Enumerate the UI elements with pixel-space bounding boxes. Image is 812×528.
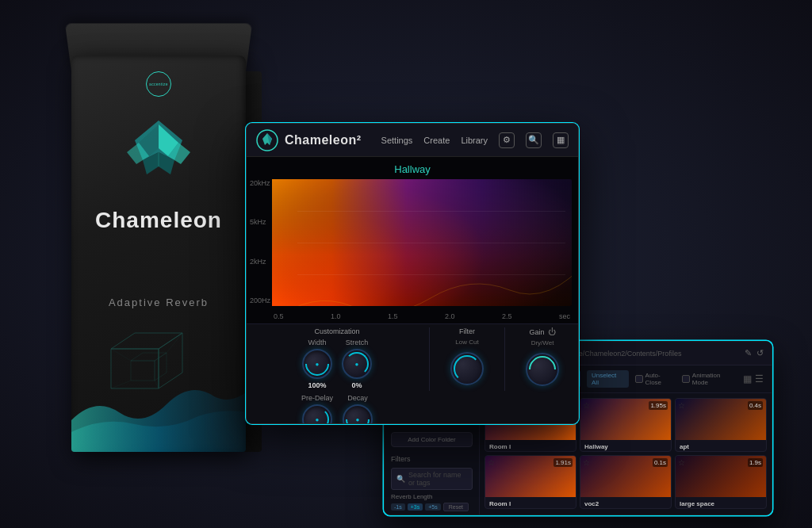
layout-btns: ▦ ☰ <box>743 373 764 385</box>
plugin-window: Chameleon² Settings Create Library ⚙ 🔍 ▦… <box>246 123 579 424</box>
preset-name-6: large space <box>680 500 762 507</box>
preset-author-2: Eric <box>584 451 667 452</box>
decay-knob[interactable]: ● <box>343 404 373 424</box>
add-color-btn[interactable]: Add Color Folder <box>391 432 473 447</box>
preset-apt[interactable]: ☆ 0.4s apt <box>675 398 767 452</box>
search-icon-small: 🔍 <box>396 475 405 483</box>
preset-voc2[interactable]: ☆ 0.1s voc2 meadumon <box>580 455 672 509</box>
freq-label-5k: 5kHz <box>250 218 270 226</box>
preset-img-6: ☆ 1.9s <box>676 456 766 497</box>
time-1.0: 1.0 <box>331 312 341 320</box>
gain-knob[interactable] <box>526 353 559 386</box>
preset-name-4: Room I <box>489 500 572 507</box>
sync-icon[interactable]: ↺ <box>756 348 764 358</box>
stretch-knob-group: Stretch ● 0% <box>342 339 372 389</box>
grid-line-1 <box>297 211 565 212</box>
gain-title: Gain <box>529 328 544 336</box>
animation-mode-checkbox[interactable] <box>682 375 690 383</box>
preset-img-3: ☆ 0.4s <box>676 399 766 440</box>
length-tags: -1s +3s +5s Reset <box>391 503 473 511</box>
filter-knob[interactable] <box>450 352 484 385</box>
reverb-length-label: Reverb Length <box>391 493 432 500</box>
auto-close-checkbox[interactable] <box>635 375 643 383</box>
length-tag-5s[interactable]: +5s <box>425 503 440 511</box>
spectrogram-area: Hallway 20kHz 5kHz 2kHz 200Hz <box>247 157 578 323</box>
search-placeholder: Search for name or tags <box>408 471 467 487</box>
nav-create[interactable]: Create <box>423 136 450 145</box>
stretch-value: 0% <box>351 381 362 389</box>
freq-label-2k: 2kHz <box>250 258 270 266</box>
edit-icon[interactable]: ✎ <box>745 348 752 358</box>
wave-decoration <box>71 357 246 452</box>
search-box[interactable]: 🔍 Search for name or tags <box>391 468 473 490</box>
power-icon[interactable]: ⏻ <box>548 327 556 336</box>
svg-line-16 <box>167 333 182 353</box>
reset-btn[interactable]: Reset <box>443 503 469 511</box>
settings-icon[interactable]: ⚙ <box>499 132 515 148</box>
gain-sub: Dry/Wet <box>531 339 554 346</box>
stretch-label: Stretch <box>346 339 369 346</box>
preset-author-4: ling.logoon <box>489 508 572 509</box>
duration-3: 0.4s <box>748 401 763 410</box>
length-tag-1s[interactable]: -1s <box>391 503 405 511</box>
filter-sub: Low Cut <box>455 339 478 346</box>
freq-labels: 20kHz 5kHz 2kHz 200Hz <box>250 157 270 308</box>
preset-name-2: Hallway <box>584 443 667 450</box>
preset-name-5: voc2 <box>584 500 667 507</box>
box-subtitle: Adaptive Reverb <box>71 297 246 308</box>
section-divider-2 <box>504 327 505 391</box>
customization-title: Customization <box>314 327 359 335</box>
nav-library[interactable]: Library <box>461 136 488 145</box>
library-icon[interactable]: ▦ <box>553 132 569 148</box>
preset-large-space[interactable]: ☆ 1.9s large space largespace <box>675 455 767 509</box>
list-layout-icon[interactable]: ☰ <box>755 373 764 385</box>
predelay-knob[interactable]: ● <box>302 404 332 424</box>
width-label: Width <box>308 339 326 346</box>
stretch-knob[interactable]: ● <box>342 349 372 379</box>
preset-hallway[interactable]: ☆ 1.95s Hallway Eric <box>580 398 672 452</box>
customization-bar: Customization Width ● 100% <box>247 323 578 424</box>
plugin-nav: Settings Create Library ⚙ 🔍 ▦ <box>381 132 569 148</box>
duration-2: 1.95s <box>649 401 668 410</box>
preset-author-5: meadumon <box>584 508 667 509</box>
preset-img-2: ☆ 1.95s <box>580 399 671 440</box>
auto-close-label[interactable]: Auto-Close <box>635 372 676 386</box>
preset-room-i-2[interactable]: ☆ 1.91s Room I ling.logoon <box>485 455 576 509</box>
preset-name-3: apt <box>680 443 762 450</box>
preset-img-5: ☆ 0.1s <box>580 456 671 497</box>
filter-title: Filter <box>459 327 475 335</box>
card-info-2: Hallway Eric <box>580 440 671 452</box>
duration-5: 0.1s <box>653 458 668 467</box>
preset-name: Hallway <box>394 163 431 175</box>
time-2.0: 2.0 <box>445 312 455 320</box>
duration-6: 1.9s <box>748 458 763 467</box>
search-icon[interactable]: 🔍 <box>526 132 542 148</box>
box-main: accentize <box>71 55 246 452</box>
freq-label-200: 200Hz <box>250 297 270 304</box>
card-info-4: Room I ling.logoon <box>485 497 576 509</box>
filters-label: Filters <box>391 455 473 463</box>
time-1.5: 1.5 <box>388 312 398 320</box>
section-divider-1 <box>429 327 430 391</box>
time-labels: 0.5 1.0 1.5 2.0 2.5 sec <box>274 312 570 320</box>
unselect-all-btn[interactable]: Unselect All <box>587 370 629 388</box>
freq-label-20k: 20kHz <box>250 179 270 187</box>
duration-4: 1.91s <box>553 458 573 467</box>
brand-label: accentize <box>149 82 168 86</box>
lib-icons: ✎ ↺ <box>745 348 764 358</box>
predelay-label: Pre-Delay <box>301 394 333 402</box>
animation-mode-label[interactable]: Animation Mode <box>682 372 737 386</box>
time-2.5: 2.5 <box>502 312 512 320</box>
card-info-5: voc2 meadumon <box>580 497 671 509</box>
product-box: accentize <box>48 24 262 484</box>
width-knob[interactable]: ● <box>302 349 332 379</box>
grid-layout-icon[interactable]: ▦ <box>743 373 752 385</box>
decay-knob-group: Decay ● 100% <box>343 394 373 424</box>
preset-name-1: Room I <box>489 443 572 450</box>
fav-icon-2: ☆ <box>583 401 590 410</box>
nav-settings[interactable]: Settings <box>381 136 413 145</box>
presets-options: Auto-Close Animation Mode <box>635 372 737 386</box>
length-tag-3s[interactable]: +3s <box>408 503 423 511</box>
time-0.5: 0.5 <box>274 312 284 320</box>
fav-icon-4: ☆ <box>488 458 495 467</box>
